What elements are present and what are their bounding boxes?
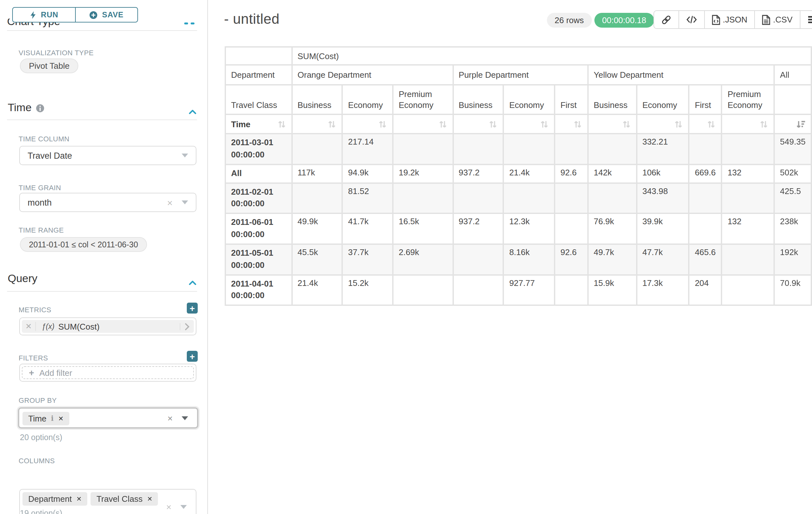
metric-pill[interactable]: ✕ ƒ(x) SUM(Cost) [22, 320, 194, 333]
value-cell: 19.2k [394, 165, 452, 182]
remove-metric-icon[interactable]: ✕ [22, 322, 36, 331]
chevron-down-icon [182, 154, 188, 157]
value-cell: 37.7k [343, 245, 393, 274]
value-cell: 927.77 [504, 275, 554, 304]
divider [7, 291, 197, 292]
value-cell: 332.21 [637, 134, 688, 164]
export-json-button[interactable]: .JSON [704, 11, 755, 28]
save-button[interactable]: SAVE [75, 8, 137, 22]
option-pill[interactable]: Department✕ [23, 492, 88, 506]
sort-icon[interactable] [328, 120, 337, 128]
add-filter-button[interactable]: + [187, 351, 198, 362]
chevron-down-icon[interactable] [180, 505, 187, 509]
remove-option-icon[interactable]: ✕ [147, 495, 152, 503]
sort-cell [343, 115, 393, 133]
export-toolbar: .JSON .CSV [654, 10, 812, 29]
menu-button[interactable] [800, 11, 812, 28]
value-cell: 17.3k [637, 275, 688, 304]
sort-icon[interactable] [573, 120, 582, 128]
sort-icon[interactable] [540, 120, 549, 128]
remove-option-icon[interactable]: ✕ [77, 495, 82, 503]
table-row: 2011-06-01 00:00:0049.9k41.7k16.5k937.21… [226, 214, 811, 243]
hamburger-icon [807, 16, 812, 24]
row3-corner-cell: Travel Class [226, 85, 291, 114]
value-cell: 16.5k [394, 214, 452, 243]
table-row: 2011-02-01 00:00:0081.52343.98425.5 [226, 184, 811, 213]
time-range-label: TIME RANGE [19, 226, 64, 234]
sort-desc-icon[interactable] [796, 120, 806, 128]
time-column-select[interactable]: Travel Date [19, 146, 196, 165]
run-button[interactable]: RUN [13, 8, 75, 22]
value-cell [394, 275, 452, 304]
add-metric-button[interactable]: + [187, 303, 198, 314]
collapse-chevron-icon[interactable] [189, 105, 196, 110]
clipped-icon [191, 23, 195, 24]
sort-icon[interactable] [674, 120, 683, 128]
viz-type-pill[interactable]: Pivot Table [20, 58, 79, 73]
filters-label: FILTERS [19, 354, 48, 362]
columns-hint: 19 option(s) [20, 509, 62, 514]
clear-icon[interactable]: × [167, 197, 173, 207]
sort-desc-cell [775, 115, 811, 133]
remove-option-icon[interactable]: ✕ [58, 415, 63, 422]
clear-icon[interactable]: × [168, 413, 173, 423]
share-link-button[interactable] [654, 11, 678, 28]
value-cell: 425.5 [775, 184, 811, 213]
sort-icon[interactable] [707, 120, 716, 128]
sort-icon[interactable] [622, 120, 631, 128]
view-query-button[interactable] [678, 11, 704, 28]
value-cell [690, 134, 721, 164]
value-cell [394, 184, 452, 213]
query-section-title: Query [8, 272, 37, 285]
row-count-badge: 26 rows [547, 13, 591, 28]
sort-icon[interactable] [759, 120, 768, 128]
value-cell: 49.7k [589, 245, 636, 274]
value-cell: 8.16k [504, 245, 554, 274]
sort-icon[interactable] [277, 120, 286, 128]
query-section-header: Query [8, 272, 37, 285]
clear-icon[interactable]: × [166, 503, 171, 511]
sort-icon[interactable] [378, 120, 387, 128]
sort-icon[interactable] [489, 120, 498, 128]
travel-class-header: First [690, 85, 721, 114]
group-by-label: GROUP BY [19, 397, 57, 404]
value-cell [555, 214, 587, 243]
table-row: All117k94.9k19.2k937.221.4k92.6142k106k6… [226, 165, 811, 182]
value-cell [690, 184, 721, 213]
value-cell [504, 134, 554, 164]
department-group-header: Purple Department [454, 65, 587, 84]
sort-cell [555, 115, 587, 133]
code-icon [686, 16, 697, 24]
chart-title[interactable]: - untitled [224, 11, 280, 28]
travel-class-header: Economy [504, 85, 554, 114]
option-pill[interactable]: Timei✕ [23, 412, 69, 425]
table-row: 2011-05-01 00:00:0045.5k37.7k2.69k8.16k9… [226, 245, 811, 274]
department-group-header: Yellow Department [589, 65, 774, 84]
department-group-header: All [775, 65, 811, 84]
row-label-cell: All [226, 165, 291, 182]
group-by-select[interactable]: Timei✕ × [18, 407, 198, 429]
sort-cell [454, 115, 503, 133]
value-cell: 49.9k [292, 214, 342, 243]
value-cell [722, 275, 774, 304]
value-cell: 465.6 [690, 245, 721, 274]
chevron-right-icon[interactable] [180, 323, 194, 330]
option-pill[interactable]: Travel Class✕ [91, 492, 158, 506]
row-label-cell: 2011-03-01 00:00:00 [226, 134, 291, 164]
time-range-pill[interactable]: 2011-01-01 ≤ col < 2011-06-30 [20, 237, 147, 252]
sort-cell [292, 115, 342, 133]
export-csv-button[interactable]: .CSV [755, 11, 800, 28]
chevron-down-icon[interactable] [182, 416, 188, 420]
sort-icon[interactable] [438, 120, 447, 128]
add-filter-dropzone[interactable]: + Add filter [22, 366, 194, 379]
time-grain-select[interactable]: month × [19, 193, 196, 212]
viz-type-label: VISUALIZATION TYPE [19, 49, 94, 57]
value-cell [690, 214, 721, 243]
plus-circle-icon [89, 10, 97, 19]
travel-class-header: First [555, 85, 587, 114]
collapse-chevron-icon[interactable] [189, 276, 196, 281]
query-time-badge: 00:00:00.18 [594, 13, 654, 28]
value-cell: 549.35 [775, 134, 811, 164]
columns-label: COLUMNS [19, 457, 55, 464]
sort-cell [637, 115, 688, 133]
